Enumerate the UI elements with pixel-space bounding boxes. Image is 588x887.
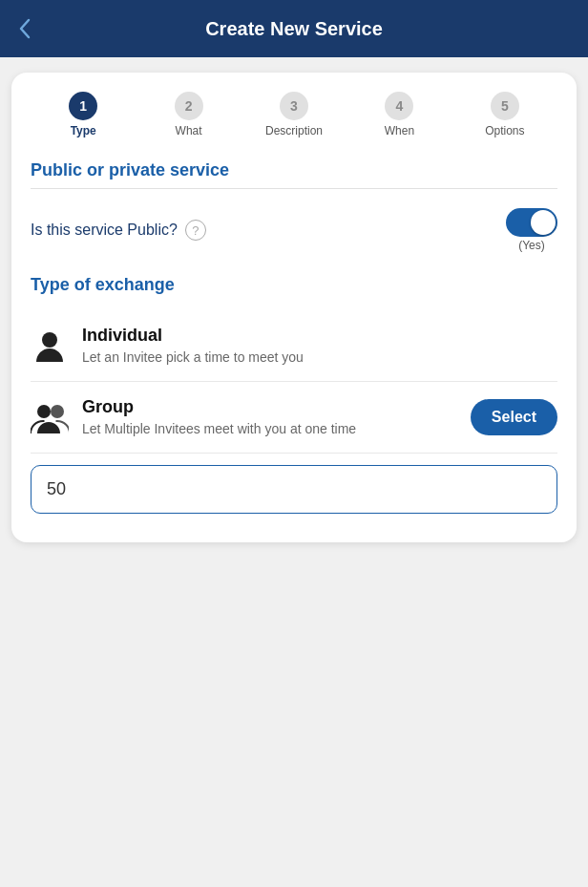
svg-point-1 (37, 405, 51, 418)
step-2[interactable]: 2 What (136, 92, 241, 137)
group-text: Group Let Multiple Invitees meet with yo… (82, 397, 457, 436)
step-circle-2: 2 (175, 92, 203, 120)
individual-text: Individual Let an Invitee pick a time to… (82, 326, 557, 365)
toggle-right: (Yes) (506, 208, 557, 252)
svg-point-0 (42, 332, 57, 348)
step-3[interactable]: 3 Description (242, 92, 346, 137)
content-card: 1 Type 2 What 3 Description 4 When 5 (11, 73, 577, 542)
exchange-section: Type of exchange Individual Let an Invit… (31, 275, 557, 514)
group-option[interactable]: Group Let Multiple Invitees meet with yo… (31, 382, 557, 454)
step-circle-4: 4 (385, 92, 413, 120)
group-icon (31, 399, 69, 437)
step-circle-3: 3 (280, 92, 308, 120)
svg-point-2 (51, 405, 64, 418)
person-icon (31, 327, 69, 366)
step-4[interactable]: 4 When (346, 92, 452, 137)
individual-desc: Let an Invitee pick a time to meet you (82, 349, 557, 365)
exchange-section-title: Type of exchange (31, 275, 557, 295)
toggle-switch[interactable] (506, 208, 557, 237)
step-1[interactable]: 1 Type (31, 92, 136, 137)
group-size-input[interactable] (31, 465, 557, 514)
group-name: Group (82, 397, 457, 417)
step-label-4: When (385, 124, 414, 137)
step-label-5: Options (485, 124, 524, 137)
toggle-label: Is this service Public? ? (31, 220, 206, 241)
page-title: Create New Service (205, 18, 383, 40)
steps-container: 1 Type 2 What 3 Description 4 When 5 (31, 92, 557, 137)
individual-option[interactable]: Individual Let an Invitee pick a time to… (31, 310, 557, 382)
public-section: Public or private service Is this servic… (31, 160, 557, 252)
step-label-3: Description (265, 124, 323, 137)
step-5[interactable]: 5 Options (452, 92, 557, 137)
individual-name: Individual (82, 326, 557, 346)
group-desc: Let Multiple Invitees meet with you at o… (82, 421, 457, 436)
step-circle-5: 5 (491, 92, 519, 120)
app-header: Create New Service (0, 0, 588, 57)
select-button[interactable]: Select (471, 399, 557, 435)
step-label-2: What (176, 124, 202, 137)
toggle-knob (531, 210, 556, 235)
help-icon[interactable]: ? (185, 220, 206, 241)
step-circle-1: 1 (69, 92, 97, 120)
divider-1 (31, 188, 557, 189)
toggle-value-label: (Yes) (518, 239, 545, 252)
public-section-title: Public or private service (31, 160, 557, 180)
step-label-1: Type (71, 124, 96, 137)
toggle-row: Is this service Public? ? (Yes) (31, 208, 557, 252)
back-button[interactable] (19, 18, 31, 39)
